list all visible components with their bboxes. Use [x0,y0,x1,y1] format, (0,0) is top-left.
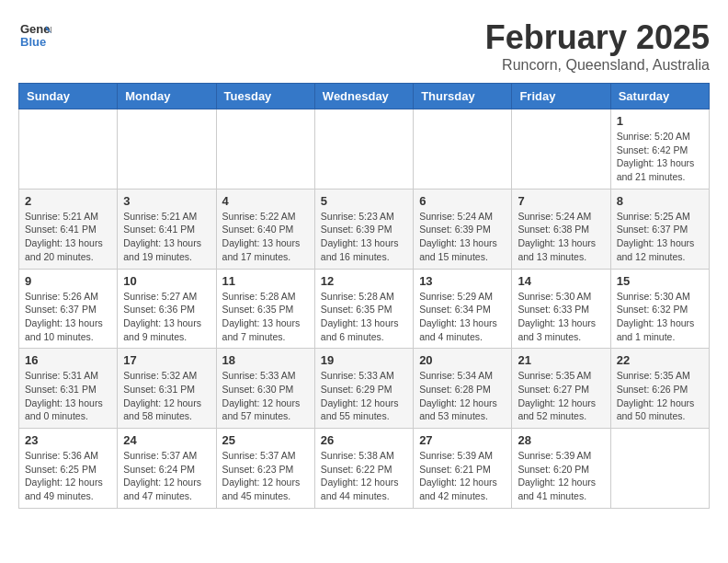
day-number: 11 [222,274,309,288]
day-info: Sunrise: 5:30 AM Sunset: 6:33 PM Dayligh… [518,290,604,344]
calendar-cell: 15Sunrise: 5:30 AM Sunset: 6:32 PM Dayli… [610,269,709,349]
day-info: Sunrise: 5:31 AM Sunset: 6:31 PM Dayligh… [25,369,111,423]
header-cell-tuesday: Tuesday [216,84,314,109]
day-number: 4 [222,194,309,208]
day-number: 21 [518,353,604,367]
week-row-2: 9Sunrise: 5:26 AM Sunset: 6:37 PM Daylig… [19,269,710,349]
day-info: Sunrise: 5:24 AM Sunset: 6:39 PM Dayligh… [419,210,506,264]
logo: General Blue [18,18,51,55]
calendar-cell [414,109,512,190]
day-number: 5 [321,194,407,208]
calendar-cell: 1Sunrise: 5:20 AM Sunset: 6:42 PM Daylig… [610,109,709,190]
calendar-cell: 23Sunrise: 5:36 AM Sunset: 6:25 PM Dayli… [19,429,118,509]
calendar-cell: 2Sunrise: 5:21 AM Sunset: 6:41 PM Daylig… [19,189,118,269]
day-number: 15 [617,274,703,288]
calendar-cell [512,109,610,190]
day-info: Sunrise: 5:35 AM Sunset: 6:26 PM Dayligh… [617,369,703,423]
header-cell-thursday: Thursday [414,84,512,109]
day-info: Sunrise: 5:37 AM Sunset: 6:24 PM Dayligh… [123,449,210,503]
day-number: 28 [518,433,604,447]
calendar-cell: 8Sunrise: 5:25 AM Sunset: 6:37 PM Daylig… [610,189,709,269]
day-number: 26 [321,433,407,447]
calendar-cell: 5Sunrise: 5:23 AM Sunset: 6:39 PM Daylig… [314,189,413,269]
calendar-cell: 18Sunrise: 5:33 AM Sunset: 6:30 PM Dayli… [216,349,314,429]
calendar-cell: 16Sunrise: 5:31 AM Sunset: 6:31 PM Dayli… [19,349,118,429]
day-info: Sunrise: 5:26 AM Sunset: 6:37 PM Dayligh… [25,290,111,344]
week-row-3: 16Sunrise: 5:31 AM Sunset: 6:31 PM Dayli… [19,349,710,429]
week-row-1: 2Sunrise: 5:21 AM Sunset: 6:41 PM Daylig… [19,189,710,269]
header-cell-saturday: Saturday [610,84,709,109]
day-info: Sunrise: 5:34 AM Sunset: 6:28 PM Dayligh… [419,369,506,423]
calendar-cell: 12Sunrise: 5:28 AM Sunset: 6:35 PM Dayli… [314,269,413,349]
day-info: Sunrise: 5:30 AM Sunset: 6:32 PM Dayligh… [617,290,703,344]
day-info: Sunrise: 5:33 AM Sunset: 6:30 PM Dayligh… [222,369,309,423]
title-area: February 2025 Runcorn, Queensland, Austr… [485,18,710,74]
calendar-cell: 17Sunrise: 5:32 AM Sunset: 6:31 PM Dayli… [118,349,216,429]
header: General Blue February 2025 Runcorn, Quee… [18,18,710,74]
day-info: Sunrise: 5:21 AM Sunset: 6:41 PM Dayligh… [123,210,210,264]
day-info: Sunrise: 5:39 AM Sunset: 6:20 PM Dayligh… [518,449,604,503]
day-info: Sunrise: 5:32 AM Sunset: 6:31 PM Dayligh… [123,369,210,423]
calendar-cell: 4Sunrise: 5:22 AM Sunset: 6:40 PM Daylig… [216,189,314,269]
calendar-cell: 3Sunrise: 5:21 AM Sunset: 6:41 PM Daylig… [118,189,216,269]
day-number: 17 [123,353,210,367]
day-info: Sunrise: 5:36 AM Sunset: 6:25 PM Dayligh… [25,449,111,503]
day-info: Sunrise: 5:28 AM Sunset: 6:35 PM Dayligh… [222,290,309,344]
header-cell-wednesday: Wednesday [314,84,413,109]
day-info: Sunrise: 5:35 AM Sunset: 6:27 PM Dayligh… [518,369,604,423]
calendar-cell [314,109,413,190]
day-number: 20 [419,353,506,367]
week-row-0: 1Sunrise: 5:20 AM Sunset: 6:42 PM Daylig… [19,109,710,190]
day-info: Sunrise: 5:39 AM Sunset: 6:21 PM Dayligh… [419,449,506,503]
calendar-cell: 13Sunrise: 5:29 AM Sunset: 6:34 PM Dayli… [414,269,512,349]
calendar-cell: 6Sunrise: 5:24 AM Sunset: 6:39 PM Daylig… [414,189,512,269]
day-info: Sunrise: 5:22 AM Sunset: 6:40 PM Dayligh… [222,210,309,264]
calendar-cell: 27Sunrise: 5:39 AM Sunset: 6:21 PM Dayli… [414,429,512,509]
day-number: 8 [617,194,703,208]
day-number: 2 [25,194,111,208]
calendar-body: 1Sunrise: 5:20 AM Sunset: 6:42 PM Daylig… [19,109,710,509]
day-number: 18 [222,353,309,367]
calendar-cell: 22Sunrise: 5:35 AM Sunset: 6:26 PM Dayli… [610,349,709,429]
calendar-cell: 28Sunrise: 5:39 AM Sunset: 6:20 PM Dayli… [512,429,610,509]
calendar-table: SundayMondayTuesdayWednesdayThursdayFrid… [18,83,710,509]
calendar-cell: 14Sunrise: 5:30 AM Sunset: 6:33 PM Dayli… [512,269,610,349]
calendar-cell: 7Sunrise: 5:24 AM Sunset: 6:38 PM Daylig… [512,189,610,269]
calendar-cell [118,109,216,190]
day-info: Sunrise: 5:20 AM Sunset: 6:42 PM Dayligh… [617,130,703,184]
day-info: Sunrise: 5:33 AM Sunset: 6:29 PM Dayligh… [321,369,407,423]
day-info: Sunrise: 5:23 AM Sunset: 6:39 PM Dayligh… [321,210,407,264]
header-cell-sunday: Sunday [19,84,118,109]
calendar-cell: 25Sunrise: 5:37 AM Sunset: 6:23 PM Dayli… [216,429,314,509]
day-number: 14 [518,274,604,288]
header-cell-monday: Monday [118,84,216,109]
calendar-subtitle: Runcorn, Queensland, Australia [485,57,710,74]
calendar-header-row: SundayMondayTuesdayWednesdayThursdayFrid… [19,84,710,109]
day-number: 27 [419,433,506,447]
logo-icon: General Blue [18,18,51,55]
day-number: 22 [617,353,703,367]
day-info: Sunrise: 5:38 AM Sunset: 6:22 PM Dayligh… [321,449,407,503]
day-number: 25 [222,433,309,447]
calendar-cell: 26Sunrise: 5:38 AM Sunset: 6:22 PM Dayli… [314,429,413,509]
calendar-cell: 20Sunrise: 5:34 AM Sunset: 6:28 PM Dayli… [414,349,512,429]
day-number: 16 [25,353,111,367]
day-number: 1 [617,114,703,128]
day-info: Sunrise: 5:37 AM Sunset: 6:23 PM Dayligh… [222,449,309,503]
day-number: 24 [123,433,210,447]
day-number: 13 [419,274,506,288]
day-number: 9 [25,274,111,288]
day-number: 6 [419,194,506,208]
day-number: 19 [321,353,407,367]
calendar-cell: 19Sunrise: 5:33 AM Sunset: 6:29 PM Dayli… [314,349,413,429]
header-cell-friday: Friday [512,84,610,109]
day-number: 10 [123,274,210,288]
day-number: 12 [321,274,407,288]
calendar-cell: 10Sunrise: 5:27 AM Sunset: 6:36 PM Dayli… [118,269,216,349]
svg-text:Blue: Blue [20,35,46,49]
calendar-cell: 24Sunrise: 5:37 AM Sunset: 6:24 PM Dayli… [118,429,216,509]
day-info: Sunrise: 5:28 AM Sunset: 6:35 PM Dayligh… [321,290,407,344]
day-info: Sunrise: 5:27 AM Sunset: 6:36 PM Dayligh… [123,290,210,344]
day-number: 7 [518,194,604,208]
calendar-cell [216,109,314,190]
